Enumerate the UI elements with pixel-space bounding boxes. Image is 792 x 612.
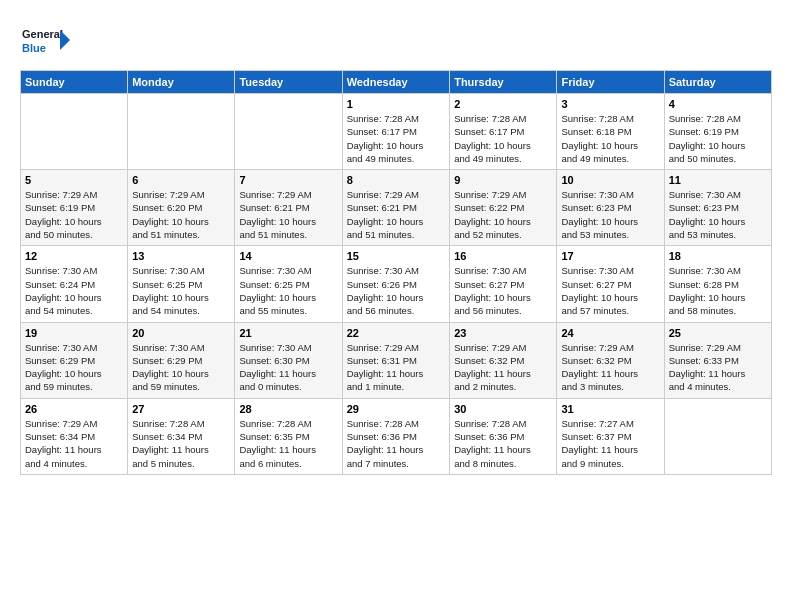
day-number: 3	[561, 98, 659, 110]
day-number: 26	[25, 403, 123, 415]
page-header: General Blue	[20, 20, 772, 60]
calendar-cell: 5Sunrise: 7:29 AM Sunset: 6:19 PM Daylig…	[21, 170, 128, 246]
day-info: Sunrise: 7:30 AM Sunset: 6:25 PM Dayligh…	[132, 264, 230, 317]
calendar-cell: 11Sunrise: 7:30 AM Sunset: 6:23 PM Dayli…	[664, 170, 771, 246]
day-info: Sunrise: 7:28 AM Sunset: 6:34 PM Dayligh…	[132, 417, 230, 470]
calendar-cell: 12Sunrise: 7:30 AM Sunset: 6:24 PM Dayli…	[21, 246, 128, 322]
day-info: Sunrise: 7:29 AM Sunset: 6:20 PM Dayligh…	[132, 188, 230, 241]
svg-text:Blue: Blue	[22, 42, 46, 54]
day-number: 5	[25, 174, 123, 186]
day-number: 15	[347, 250, 445, 262]
day-header-sunday: Sunday	[21, 71, 128, 94]
logo: General Blue	[20, 20, 70, 60]
day-info: Sunrise: 7:30 AM Sunset: 6:29 PM Dayligh…	[132, 341, 230, 394]
day-info: Sunrise: 7:29 AM Sunset: 6:32 PM Dayligh…	[454, 341, 552, 394]
calendar-cell: 15Sunrise: 7:30 AM Sunset: 6:26 PM Dayli…	[342, 246, 449, 322]
calendar-cell: 22Sunrise: 7:29 AM Sunset: 6:31 PM Dayli…	[342, 322, 449, 398]
day-number: 16	[454, 250, 552, 262]
day-info: Sunrise: 7:28 AM Sunset: 6:19 PM Dayligh…	[669, 112, 767, 165]
day-header-saturday: Saturday	[664, 71, 771, 94]
day-info: Sunrise: 7:29 AM Sunset: 6:19 PM Dayligh…	[25, 188, 123, 241]
day-info: Sunrise: 7:30 AM Sunset: 6:24 PM Dayligh…	[25, 264, 123, 317]
day-number: 27	[132, 403, 230, 415]
day-number: 29	[347, 403, 445, 415]
calendar-cell	[21, 94, 128, 170]
day-number: 19	[25, 327, 123, 339]
day-header-wednesday: Wednesday	[342, 71, 449, 94]
day-info: Sunrise: 7:30 AM Sunset: 6:30 PM Dayligh…	[239, 341, 337, 394]
calendar-cell: 7Sunrise: 7:29 AM Sunset: 6:21 PM Daylig…	[235, 170, 342, 246]
day-info: Sunrise: 7:29 AM Sunset: 6:22 PM Dayligh…	[454, 188, 552, 241]
calendar-cell	[664, 398, 771, 474]
day-number: 11	[669, 174, 767, 186]
calendar-cell: 26Sunrise: 7:29 AM Sunset: 6:34 PM Dayli…	[21, 398, 128, 474]
calendar-cell: 18Sunrise: 7:30 AM Sunset: 6:28 PM Dayli…	[664, 246, 771, 322]
day-number: 31	[561, 403, 659, 415]
day-header-friday: Friday	[557, 71, 664, 94]
calendar-cell: 1Sunrise: 7:28 AM Sunset: 6:17 PM Daylig…	[342, 94, 449, 170]
day-number: 28	[239, 403, 337, 415]
day-info: Sunrise: 7:30 AM Sunset: 6:23 PM Dayligh…	[561, 188, 659, 241]
calendar-cell: 4Sunrise: 7:28 AM Sunset: 6:19 PM Daylig…	[664, 94, 771, 170]
calendar-week-row: 19Sunrise: 7:30 AM Sunset: 6:29 PM Dayli…	[21, 322, 772, 398]
svg-marker-2	[60, 30, 70, 50]
calendar-cell: 17Sunrise: 7:30 AM Sunset: 6:27 PM Dayli…	[557, 246, 664, 322]
calendar-table: SundayMondayTuesdayWednesdayThursdayFrid…	[20, 70, 772, 475]
calendar-cell: 9Sunrise: 7:29 AM Sunset: 6:22 PM Daylig…	[450, 170, 557, 246]
day-number: 1	[347, 98, 445, 110]
day-number: 18	[669, 250, 767, 262]
day-info: Sunrise: 7:30 AM Sunset: 6:23 PM Dayligh…	[669, 188, 767, 241]
calendar-header-row: SundayMondayTuesdayWednesdayThursdayFrid…	[21, 71, 772, 94]
calendar-cell: 23Sunrise: 7:29 AM Sunset: 6:32 PM Dayli…	[450, 322, 557, 398]
calendar-week-row: 5Sunrise: 7:29 AM Sunset: 6:19 PM Daylig…	[21, 170, 772, 246]
day-info: Sunrise: 7:29 AM Sunset: 6:33 PM Dayligh…	[669, 341, 767, 394]
calendar-cell: 16Sunrise: 7:30 AM Sunset: 6:27 PM Dayli…	[450, 246, 557, 322]
calendar-cell: 31Sunrise: 7:27 AM Sunset: 6:37 PM Dayli…	[557, 398, 664, 474]
calendar-week-row: 12Sunrise: 7:30 AM Sunset: 6:24 PM Dayli…	[21, 246, 772, 322]
day-info: Sunrise: 7:29 AM Sunset: 6:34 PM Dayligh…	[25, 417, 123, 470]
day-number: 25	[669, 327, 767, 339]
day-info: Sunrise: 7:28 AM Sunset: 6:35 PM Dayligh…	[239, 417, 337, 470]
day-info: Sunrise: 7:30 AM Sunset: 6:29 PM Dayligh…	[25, 341, 123, 394]
logo-svg: General Blue	[20, 20, 70, 60]
calendar-cell: 27Sunrise: 7:28 AM Sunset: 6:34 PM Dayli…	[128, 398, 235, 474]
calendar-cell: 21Sunrise: 7:30 AM Sunset: 6:30 PM Dayli…	[235, 322, 342, 398]
day-info: Sunrise: 7:27 AM Sunset: 6:37 PM Dayligh…	[561, 417, 659, 470]
svg-text:General: General	[22, 28, 63, 40]
calendar-cell: 28Sunrise: 7:28 AM Sunset: 6:35 PM Dayli…	[235, 398, 342, 474]
day-number: 13	[132, 250, 230, 262]
day-number: 9	[454, 174, 552, 186]
calendar-cell	[128, 94, 235, 170]
day-header-thursday: Thursday	[450, 71, 557, 94]
calendar-cell: 3Sunrise: 7:28 AM Sunset: 6:18 PM Daylig…	[557, 94, 664, 170]
day-info: Sunrise: 7:28 AM Sunset: 6:17 PM Dayligh…	[454, 112, 552, 165]
day-info: Sunrise: 7:28 AM Sunset: 6:36 PM Dayligh…	[347, 417, 445, 470]
calendar-cell: 20Sunrise: 7:30 AM Sunset: 6:29 PM Dayli…	[128, 322, 235, 398]
day-number: 20	[132, 327, 230, 339]
calendar-cell: 19Sunrise: 7:30 AM Sunset: 6:29 PM Dayli…	[21, 322, 128, 398]
day-number: 21	[239, 327, 337, 339]
day-number: 6	[132, 174, 230, 186]
day-number: 23	[454, 327, 552, 339]
day-header-monday: Monday	[128, 71, 235, 94]
day-info: Sunrise: 7:29 AM Sunset: 6:31 PM Dayligh…	[347, 341, 445, 394]
day-info: Sunrise: 7:29 AM Sunset: 6:21 PM Dayligh…	[239, 188, 337, 241]
day-info: Sunrise: 7:30 AM Sunset: 6:25 PM Dayligh…	[239, 264, 337, 317]
day-info: Sunrise: 7:28 AM Sunset: 6:17 PM Dayligh…	[347, 112, 445, 165]
calendar-cell: 13Sunrise: 7:30 AM Sunset: 6:25 PM Dayli…	[128, 246, 235, 322]
day-header-tuesday: Tuesday	[235, 71, 342, 94]
calendar-cell: 30Sunrise: 7:28 AM Sunset: 6:36 PM Dayli…	[450, 398, 557, 474]
calendar-cell: 29Sunrise: 7:28 AM Sunset: 6:36 PM Dayli…	[342, 398, 449, 474]
day-number: 30	[454, 403, 552, 415]
day-number: 22	[347, 327, 445, 339]
calendar-cell: 6Sunrise: 7:29 AM Sunset: 6:20 PM Daylig…	[128, 170, 235, 246]
day-number: 24	[561, 327, 659, 339]
day-info: Sunrise: 7:30 AM Sunset: 6:26 PM Dayligh…	[347, 264, 445, 317]
day-number: 10	[561, 174, 659, 186]
day-info: Sunrise: 7:28 AM Sunset: 6:18 PM Dayligh…	[561, 112, 659, 165]
calendar-cell: 14Sunrise: 7:30 AM Sunset: 6:25 PM Dayli…	[235, 246, 342, 322]
day-number: 2	[454, 98, 552, 110]
day-number: 17	[561, 250, 659, 262]
day-info: Sunrise: 7:29 AM Sunset: 6:32 PM Dayligh…	[561, 341, 659, 394]
calendar-cell: 2Sunrise: 7:28 AM Sunset: 6:17 PM Daylig…	[450, 94, 557, 170]
